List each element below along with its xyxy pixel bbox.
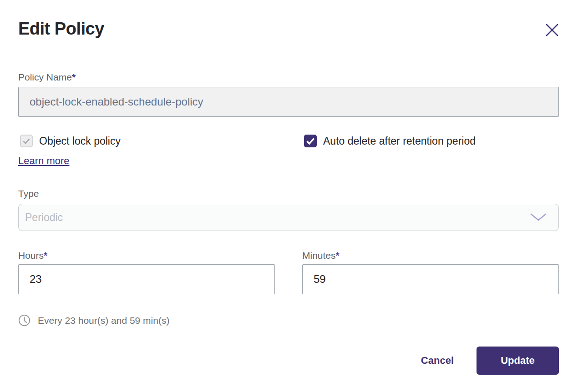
- policy-name-input: [18, 87, 559, 117]
- update-button[interactable]: Update: [477, 347, 559, 375]
- object-lock-checkbox-row: Object lock policy: [18, 135, 275, 147]
- schedule-summary-row: Every 23 hour(s) and 59 min(s): [18, 314, 559, 327]
- object-lock-group: Object lock policy Learn more: [18, 135, 275, 167]
- object-lock-label: Object lock policy: [39, 135, 121, 147]
- object-lock-checkbox: [20, 135, 33, 147]
- minutes-field: Minutes*: [302, 250, 559, 294]
- close-icon: [545, 23, 559, 37]
- dialog-header: Edit Policy: [18, 18, 559, 39]
- clock-icon: [18, 314, 30, 327]
- schedule-summary-text: Every 23 hour(s) and 59 min(s): [38, 315, 169, 326]
- policy-name-label-text: Policy Name: [18, 72, 72, 82]
- auto-delete-group: Auto delete after retention period: [302, 135, 559, 167]
- chevron-down-icon: [530, 213, 547, 221]
- type-label: Type: [18, 188, 559, 199]
- dialog-footer: Cancel Update: [18, 347, 559, 375]
- required-asterisk: *: [72, 72, 76, 82]
- auto-delete-checkbox[interactable]: [304, 135, 317, 147]
- policy-name-label: Policy Name*: [18, 72, 559, 83]
- hours-field: Hours*: [18, 250, 275, 294]
- auto-delete-label: Auto delete after retention period: [323, 135, 476, 147]
- type-select-value: Periodic: [25, 211, 63, 224]
- learn-more-link[interactable]: Learn more: [18, 155, 70, 167]
- hours-label-text: Hours: [18, 250, 44, 261]
- edit-policy-dialog: Edit Policy Policy Name* Object lock pol…: [0, 0, 578, 392]
- dialog-title: Edit Policy: [18, 18, 104, 39]
- checkbox-section: Object lock policy Learn more Auto delet…: [18, 135, 559, 167]
- minutes-input[interactable]: [302, 264, 559, 294]
- check-icon: [305, 136, 315, 146]
- required-asterisk: *: [44, 250, 47, 261]
- hours-input[interactable]: [18, 264, 275, 294]
- type-select: Periodic: [18, 204, 559, 231]
- cancel-button[interactable]: Cancel: [421, 355, 454, 367]
- hours-label: Hours*: [18, 250, 275, 261]
- auto-delete-checkbox-row[interactable]: Auto delete after retention period: [302, 135, 559, 147]
- hours-minutes-section: Hours* Minutes*: [18, 250, 559, 294]
- minutes-label: Minutes*: [302, 250, 559, 261]
- required-asterisk: *: [336, 250, 340, 261]
- minutes-label-text: Minutes: [302, 250, 336, 261]
- close-button[interactable]: [545, 23, 559, 37]
- check-icon: [22, 136, 31, 146]
